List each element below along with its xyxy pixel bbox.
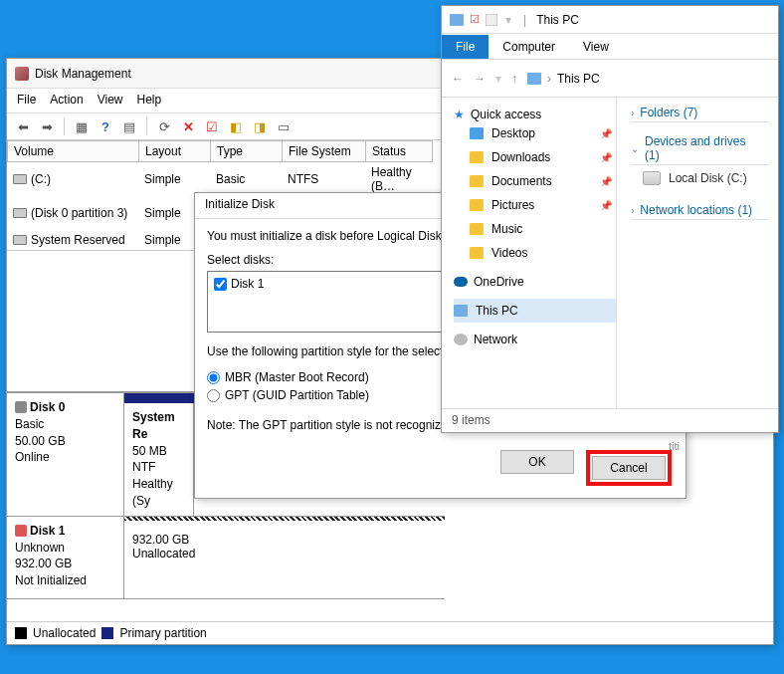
nav-item-documents[interactable]: Documents📌 [454,169,616,193]
radio-mbr-input[interactable] [207,371,220,384]
help-icon[interactable]: ? [96,116,115,136]
chevron-right-icon: › [631,108,634,118]
col-volume[interactable]: Volume [7,140,138,162]
group-network-head[interactable]: ›Network locations (1) [631,203,768,220]
back-icon[interactable]: ⬅ [13,116,33,136]
back-button[interactable]: ← [452,72,464,86]
nav-item-pictures[interactable]: Pictures📌 [454,193,616,217]
disk1-unallocated[interactable]: 932.00 GB Unallocated [124,517,445,598]
tab-file[interactable]: File [442,35,489,59]
menu-action[interactable]: Action [50,93,83,107]
volume-icon [13,208,27,218]
menu-file[interactable]: File [17,93,36,107]
disk0-type: Basic [15,416,115,433]
legend-swatch-unallocated [15,627,27,639]
col-status[interactable]: Status [365,140,433,162]
col-type[interactable]: Type [210,140,282,162]
delete-icon[interactable]: ✕ [178,116,198,136]
action2-icon[interactable]: ◨ [250,116,270,136]
nav-item-desktop[interactable]: Desktop📌 [454,121,616,145]
nav-item-videos[interactable]: Videos [454,241,616,265]
nav-this-pc[interactable]: This PC [454,299,616,323]
disk1-checkbox[interactable] [214,278,227,291]
initdlg-disk-list[interactable]: Disk 1 [207,271,446,333]
disk0-name: Disk 0 [30,400,65,414]
initdlg-disk-item[interactable]: Disk 1 [214,275,439,293]
volume-icon [13,235,27,245]
legend-unallocated: Unallocated [33,626,96,640]
disk-legend: Unallocated Primary partition [7,621,773,644]
drive-icon [643,171,661,185]
part-name: System Re [132,409,185,443]
recent-dropdown[interactable]: ▾ [495,72,501,86]
folder-icon [470,247,484,259]
nav-item-music[interactable]: Music [454,217,616,241]
refresh-icon[interactable]: ⟳ [154,116,174,136]
cancel-highlight: Cancel [586,450,672,486]
disk-icon [15,401,27,413]
toolbar-separator [146,117,147,135]
folder-icon [470,223,484,235]
vol-name: (Disk 0 partition 3) [31,206,127,220]
group-devices-head[interactable]: ⌄Devices and drives (1) [631,134,768,165]
network-icon [454,334,468,345]
menu-help[interactable]: Help [137,93,162,107]
group-folders-head[interactable]: ›Folders (7) [631,106,768,122]
disk0-status: Online [15,449,115,466]
disk-management-icon [15,67,29,81]
breadcrumb-text: This PC [557,72,600,86]
vol-name: (C:) [31,172,51,186]
explorer-content: ›Folders (7) ⌄Devices and drives (1) Loc… [617,98,778,408]
file-explorer-window: ☑ ▾ | This PC File Computer View ← → ▾ ↑… [441,5,779,433]
pin-icon: 📌 [600,176,612,187]
explorer-body: ★Quick access Desktop📌 Downloads📌 Docume… [442,98,778,408]
disk1-size: 932.00 GB [15,556,115,572]
tab-computer[interactable]: Computer [489,35,569,59]
disk1-type: Unknown [15,540,115,557]
disk1-label: Disk 1 [231,275,264,293]
check-icon: ☑ [470,13,480,26]
window-icon[interactable]: ▭ [274,116,294,136]
chevron-right-icon: › [547,72,551,86]
disk1-row[interactable]: Disk 1 Unknown 932.00 GB Not Initialized… [7,517,445,599]
disk1-body-label: Unallocated [132,547,437,561]
chevron-down-icon[interactable]: ▾ [505,13,511,27]
pin-icon: 📌 [600,152,612,163]
action-icon[interactable]: ◧ [226,116,246,136]
disk0-header: Disk 0 Basic 50.00 GB Online [7,393,124,516]
nav-quick-access: ★Quick access Desktop📌 Downloads📌 Docume… [454,108,616,265]
col-filesystem[interactable]: File System [282,140,365,162]
col-layout[interactable]: Layout [138,140,210,162]
menu-view[interactable]: View [98,93,123,107]
star-icon: ★ [454,108,465,121]
disk1-name: Disk 1 [30,524,65,538]
nav-item-downloads[interactable]: Downloads📌 [454,145,616,169]
cancel-button[interactable]: Cancel [592,456,666,480]
radio-gpt-input[interactable] [207,389,220,402]
forward-icon[interactable]: ➡ [37,116,57,136]
forward-button[interactable]: → [474,72,486,86]
show-hide-icon[interactable]: ▦ [72,116,92,136]
disk0-partition-sysres[interactable]: System Re 50 MB NTF Healthy (Sy [124,403,194,516]
truncated-text: titi [669,440,680,452]
properties-icon[interactable]: ▤ [119,116,139,136]
vol-name: System Reserved [31,233,125,247]
volume-icon [13,174,27,184]
explorer-title-bar[interactable]: ☑ ▾ | This PC [442,6,778,34]
part-status: Healthy (Sy [132,476,185,510]
breadcrumb[interactable]: › This PC [527,72,600,86]
ok-button[interactable]: OK [500,450,574,474]
legend-swatch-primary [101,627,113,639]
nav-onedrive[interactable]: OneDrive [454,275,616,289]
nav-quick-access-head[interactable]: ★Quick access [454,108,616,121]
radio-gpt-label: GPT (GUID Partition Table) [225,386,369,404]
nav-network[interactable]: Network [454,333,616,346]
pin-icon: 📌 [600,128,612,139]
vol-fs: NTFS [282,162,365,196]
check-icon[interactable]: ☑ [202,116,222,136]
up-button[interactable]: ↑ [511,72,517,86]
disk1-body-size: 932.00 GB [132,533,437,547]
item-local-disk-c[interactable]: Local Disk (C:) [631,165,768,191]
tab-view[interactable]: View [569,35,623,59]
pc-icon [454,305,468,317]
